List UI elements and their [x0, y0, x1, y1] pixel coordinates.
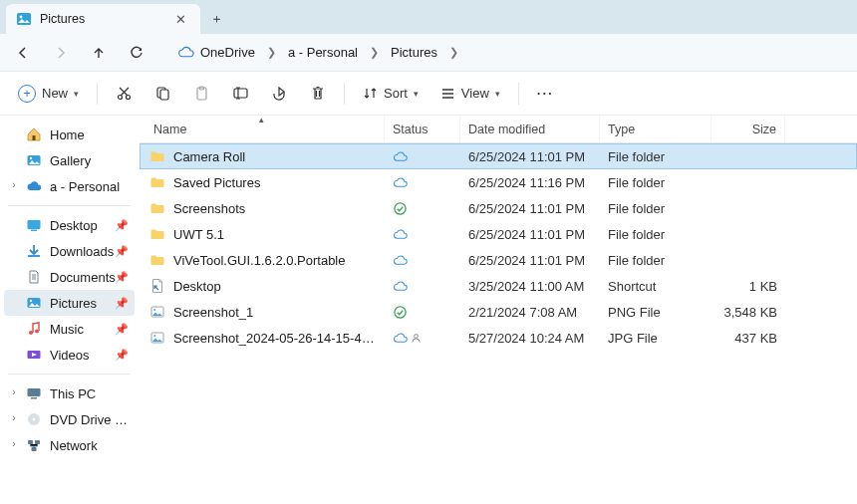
toolbar: + New ▾ Sort ▾ View ▾ ···	[0, 72, 857, 116]
back-button[interactable]	[6, 38, 40, 68]
delete-button[interactable]	[302, 79, 334, 109]
chevron-down-icon: ▾	[495, 89, 500, 99]
svg-point-29	[395, 306, 406, 317]
cell-name: Screenshot_1	[140, 299, 385, 325]
sidebar-item-network[interactable]: › Network	[4, 432, 135, 458]
cell-name: Screenshots	[140, 195, 385, 221]
chevron-right-icon[interactable]: ❯	[445, 46, 462, 59]
table-row[interactable]: ViVeTool.GUI.1.6.2.0.Portable6/25/2024 1…	[140, 247, 857, 273]
cell-size: 1 KB	[712, 273, 785, 299]
column-size[interactable]: Size	[712, 116, 785, 142]
column-name[interactable]: ▴ Name	[140, 116, 385, 142]
column-date[interactable]: Date modified	[460, 116, 600, 142]
table-row[interactable]: UWT 5.16/25/2024 11:01 PMFile folder	[140, 221, 857, 247]
sidebar-item-dvd[interactable]: › DVD Drive (D:) CCC	[4, 406, 135, 432]
cell-size	[712, 195, 785, 221]
cell-size	[712, 247, 785, 273]
file-icon	[149, 278, 165, 294]
svg-rect-24	[35, 440, 40, 444]
svg-rect-0	[17, 13, 31, 25]
cell-date: 6/25/2024 11:01 PM	[460, 195, 600, 221]
sort-asc-icon: ▴	[259, 116, 264, 125]
onedrive-icon	[26, 178, 42, 194]
file-name: UWT 5.1	[173, 227, 224, 242]
chevron-right-icon[interactable]: ›	[8, 438, 20, 449]
sidebar-item-thispc[interactable]: › This PC	[4, 380, 135, 406]
column-headers: ▴ Name Status Date modified Type Size	[140, 116, 857, 143]
sidebar-item-downloads[interactable]: Downloads 📌	[4, 238, 135, 264]
sidebar-item-music[interactable]: Music 📌	[4, 316, 135, 342]
title-bar: Pictures ✕ ＋	[0, 0, 857, 34]
sidebar-item-videos[interactable]: Videos 📌	[4, 342, 135, 368]
svg-point-32	[415, 334, 419, 338]
file-icon	[149, 252, 165, 268]
chevron-right-icon[interactable]: ❯	[366, 46, 383, 59]
breadcrumb-personal[interactable]: a - Personal	[284, 41, 362, 64]
cell-name: ViVeTool.GUI.1.6.2.0.Portable	[140, 247, 385, 273]
chevron-right-icon[interactable]: ›	[8, 412, 20, 423]
table-row[interactable]: Screenshot_12/21/2024 7:08 AMPNG File3,5…	[140, 299, 857, 325]
chevron-right-icon[interactable]: ›	[8, 386, 20, 397]
status-icon	[393, 201, 408, 216]
status-icon	[393, 331, 423, 346]
sort-button[interactable]: Sort ▾	[355, 79, 427, 109]
cell-type: File folder	[600, 195, 712, 221]
pictures-icon	[26, 295, 42, 311]
window-tab[interactable]: Pictures ✕	[6, 4, 200, 34]
svg-point-17	[35, 330, 39, 334]
chevron-right-icon[interactable]: ❯	[263, 46, 280, 59]
copy-button[interactable]	[146, 79, 179, 109]
file-name: Screenshot_2024-05-26-14-15-47-963_com.m…	[173, 331, 377, 346]
sidebar-item-home[interactable]: Home	[4, 122, 135, 147]
plus-circle-icon: +	[18, 85, 36, 103]
table-row[interactable]: Saved Pictures6/25/2024 11:16 PMFile fol…	[140, 169, 857, 195]
breadcrumb-pictures[interactable]: Pictures	[387, 41, 441, 64]
sidebar-item-personal[interactable]: › a - Personal	[4, 173, 135, 199]
svg-point-1	[20, 16, 23, 19]
paste-button[interactable]	[185, 79, 218, 109]
file-name: Saved Pictures	[173, 175, 260, 190]
table-row[interactable]: Camera Roll6/25/2024 11:01 PMFile folder	[140, 143, 857, 169]
cell-status	[385, 299, 460, 325]
table-row[interactable]: Screenshot_2024-05-26-14-15-47-963_com.m…	[140, 325, 857, 351]
breadcrumb-root[interactable]: OneDrive	[173, 41, 259, 64]
chevron-down-icon: ▾	[414, 89, 419, 99]
file-name: Screenshots	[173, 201, 245, 216]
chevron-right-icon[interactable]: ›	[8, 179, 20, 190]
cell-status	[385, 169, 460, 195]
sidebar-item-desktop[interactable]: Desktop 📌	[4, 212, 135, 238]
refresh-button[interactable]	[120, 38, 153, 68]
table-row[interactable]: Desktop3/25/2024 11:00 AMShortcut1 KB	[140, 273, 857, 299]
sidebar-item-documents[interactable]: Documents 📌	[4, 264, 135, 290]
svg-point-31	[153, 335, 155, 337]
file-name: ViVeTool.GUI.1.6.2.0.Portable	[173, 253, 345, 268]
table-row[interactable]: Screenshots6/25/2024 11:01 PMFile folder	[140, 195, 857, 221]
new-button[interactable]: + New ▾	[10, 79, 87, 109]
view-button[interactable]: View ▾	[432, 79, 508, 109]
forward-button[interactable]	[44, 38, 78, 68]
main-area: Home Gallery › a - Personal Desktop 📌 Do…	[0, 116, 857, 504]
sidebar-item-pictures[interactable]: Pictures 📌	[4, 290, 135, 316]
tab-close-button[interactable]: ✕	[170, 12, 190, 27]
new-tab-button[interactable]: ＋	[200, 4, 232, 34]
svg-point-11	[30, 157, 32, 159]
column-type[interactable]: Type	[600, 116, 712, 142]
more-button[interactable]: ···	[529, 79, 562, 109]
file-name: Camera Roll	[173, 149, 245, 164]
sidebar: Home Gallery › a - Personal Desktop 📌 Do…	[0, 116, 140, 504]
cell-date: 6/25/2024 11:16 PM	[460, 169, 600, 195]
column-status[interactable]: Status	[385, 116, 460, 142]
cut-button[interactable]	[108, 79, 141, 109]
status-icon	[393, 253, 408, 268]
pictures-icon	[16, 11, 32, 27]
documents-icon	[26, 269, 42, 285]
cell-name: UWT 5.1	[140, 221, 385, 247]
file-name: Screenshot_1	[173, 305, 253, 320]
sidebar-item-gallery[interactable]: Gallery	[4, 147, 135, 173]
breadcrumb: OneDrive ❯ a - Personal ❯ Pictures ❯	[169, 41, 851, 64]
cell-size: 3,548 KB	[712, 299, 785, 325]
up-button[interactable]	[82, 38, 116, 68]
rename-button[interactable]	[224, 79, 257, 109]
cell-type: Shortcut	[600, 273, 712, 299]
share-button[interactable]	[263, 79, 296, 109]
